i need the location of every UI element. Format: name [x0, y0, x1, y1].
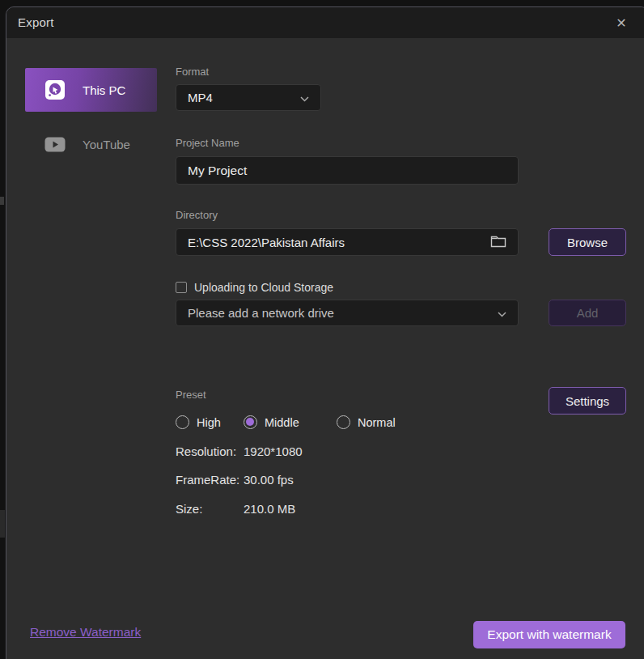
directory-value: E:\CSS 2022\Pakistan Affairs: [188, 236, 482, 249]
framerate-label: FrameRate:: [176, 473, 239, 487]
export-dialog: Export ✕ This PC YouTube Format MP4: [6, 6, 644, 659]
preset-radio-normal[interactable]: Normal: [337, 415, 396, 429]
radio-circle[interactable]: [244, 415, 257, 429]
background-app-fragment: [0, 510, 5, 538]
directory-label: Directory: [176, 209, 218, 221]
hard-drive-icon: [44, 79, 66, 100]
network-drive-placeholder: Please add a network drive: [188, 306, 489, 320]
network-drive-select[interactable]: Please add a network drive: [176, 300, 519, 326]
browse-button[interactable]: Browse: [549, 228, 626, 256]
sidebar-item-label: YouTube: [83, 138, 130, 151]
youtube-icon: [44, 137, 66, 152]
close-icon[interactable]: ✕: [612, 13, 631, 32]
directory-input[interactable]: E:\CSS 2022\Pakistan Affairs: [176, 228, 519, 256]
chevron-down-icon: [498, 306, 506, 320]
radio-label: Middle: [265, 416, 299, 429]
sidebar-item-label: This PC: [83, 83, 125, 97]
project-name-label: Project Name: [176, 137, 239, 149]
resolution-value: 1920*1080: [244, 444, 303, 458]
project-name-value: My Project: [188, 164, 506, 178]
chevron-down-icon: [300, 91, 309, 104]
settings-button[interactable]: Settings: [549, 387, 626, 415]
cloud-storage-row[interactable]: Uploading to Cloud Storage: [176, 281, 333, 294]
size-value: 210.0 MB: [244, 502, 295, 516]
format-value: MP4: [188, 91, 292, 104]
format-label: Format: [176, 66, 209, 78]
radio-circle[interactable]: [337, 415, 350, 429]
resolution-label: Resolution:: [176, 444, 236, 458]
size-label: Size:: [176, 502, 202, 516]
background-app-fragment: [0, 197, 4, 205]
project-name-input[interactable]: My Project: [176, 156, 519, 185]
radio-label: Normal: [358, 416, 396, 429]
dialog-title: Export: [18, 7, 54, 38]
sidebar-item-youtube[interactable]: YouTube: [25, 127, 157, 161]
radio-label: High: [197, 416, 221, 429]
cloud-storage-checkbox[interactable]: [176, 282, 187, 293]
radio-circle[interactable]: [176, 415, 189, 429]
add-button[interactable]: Add: [549, 300, 626, 326]
export-with-watermark-button[interactable]: Export with watermark: [473, 621, 625, 648]
preset-radio-middle[interactable]: Middle: [244, 415, 299, 429]
cloud-storage-label: Uploading to Cloud Storage: [194, 281, 333, 294]
remove-watermark-link[interactable]: Remove Watermark: [30, 625, 141, 640]
sidebar-item-this-pc[interactable]: This PC: [25, 68, 157, 112]
folder-icon[interactable]: [490, 234, 506, 250]
preset-label: Preset: [176, 389, 206, 401]
preset-radio-high[interactable]: High: [176, 415, 221, 429]
format-select[interactable]: MP4: [176, 84, 321, 111]
framerate-value: 30.00 fps: [244, 473, 294, 487]
dialog-titlebar: Export ✕: [6, 7, 644, 38]
